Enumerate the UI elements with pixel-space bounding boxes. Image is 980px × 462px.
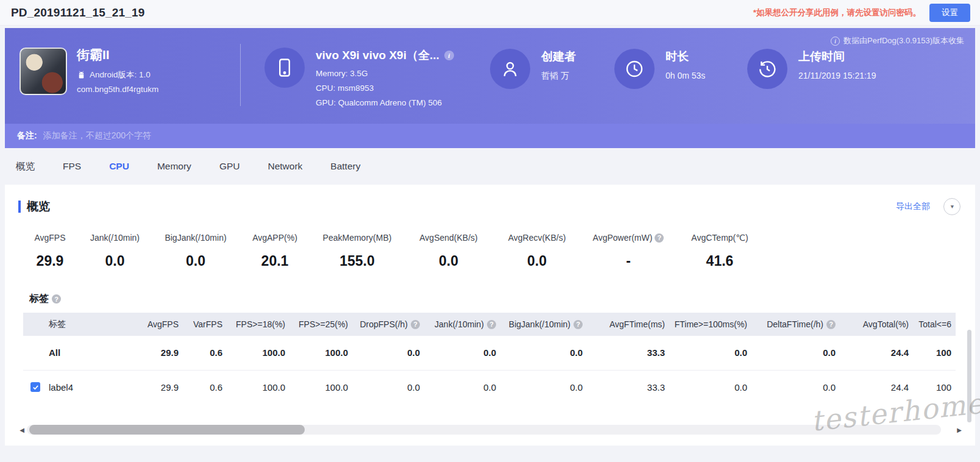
app-package: com.bng5th.df4rgtukm — [77, 85, 158, 94]
col-avgtotal: AvgTotal(%) — [842, 313, 915, 336]
settings-button[interactable]: 设置 — [929, 4, 970, 22]
row-name: All — [49, 347, 60, 358]
creator-label: 创建者 — [541, 49, 576, 65]
device-info-icon[interactable]: i — [444, 51, 454, 60]
col-bigjank: BigJank(/10min) — [502, 313, 589, 336]
stat-avgapp: AvgAPP(%)20.1 — [238, 232, 311, 269]
scrollbar-thumb[interactable] — [29, 425, 305, 435]
person-icon — [490, 49, 530, 89]
col-deltaftime: DeltaFTime(/h) — [753, 313, 842, 336]
upload-value: 21/11/2019 15:21:19 — [798, 71, 876, 80]
tab-cpu[interactable]: CPU — [109, 161, 129, 172]
vertical-scrollbar-thumb[interactable] — [967, 330, 971, 422]
top-bar: PD_20191121_15_21_19 *如果想公开分享此用例，请先设置访问密… — [0, 0, 980, 26]
stat-avgpower: AvgPower(mW)- — [580, 232, 677, 269]
creator-group: 创建者 哲韬 万 — [490, 49, 576, 89]
upload-time-group: 上传时间 21/11/2019 15:21:19 — [747, 49, 876, 89]
device-name: vivo X9i vivo X9i（全... — [316, 48, 439, 63]
remark-label: 备注: — [17, 130, 37, 141]
upload-label: 上传时间 — [798, 49, 876, 65]
col-ftime100: FTime>=100ms(%) — [671, 313, 753, 336]
stat-jank: Jank(/10min)0.0 — [77, 232, 153, 269]
android-icon — [77, 71, 86, 80]
stat-avgsend: AvgSend(KB/s)0.0 — [403, 232, 494, 269]
device-info-group: vivo X9i vivo X9i（全... i Memory: 3.5G CP… — [265, 48, 454, 107]
tab-network[interactable]: Network — [268, 161, 302, 172]
tab-memory[interactable]: Memory — [157, 161, 191, 172]
device-memory: Memory: 3.5G — [316, 69, 454, 78]
duration-label: 时长 — [666, 49, 705, 65]
row-checkbox[interactable] — [30, 382, 40, 392]
metric-tabs: 概览 FPS CPU Memory GPU Network Battery — [0, 148, 980, 185]
scroll-right-arrow-icon[interactable] — [954, 427, 964, 433]
divider — [240, 44, 241, 106]
labels-table: 标签 AvgFPS VarFPS FPS>=18(%) FPS>=25(%) D… — [23, 313, 956, 404]
help-icon[interactable] — [487, 320, 496, 329]
help-icon[interactable] — [826, 320, 836, 329]
stat-avgfps: AvgFPS29.9 — [23, 232, 77, 269]
phone-icon — [265, 48, 305, 88]
col-jank: Jank(/10min) — [426, 313, 502, 336]
export-all-link[interactable]: 导出全部 — [896, 201, 930, 212]
col-dropfps: DropFPS(/h) — [354, 313, 426, 336]
tab-gpu[interactable]: GPU — [219, 161, 240, 172]
creator-value: 哲韬 万 — [541, 71, 576, 82]
app-name: 街霸II — [77, 46, 158, 63]
history-clock-icon — [747, 49, 787, 89]
overview-card: 概览 导出全部 AvgFPS29.9 Jank(/10min)0.0 BigJa… — [5, 185, 975, 446]
device-gpu: GPU: Qualcomm Adreno (TM) 506 — [316, 98, 454, 107]
table-row-label4: label4 29.9 0.6 100.0 100.0 0.0 0.0 0.0 … — [23, 370, 956, 404]
remark-bar: 备注: 添加备注，不超过200个字符 — [5, 124, 975, 148]
report-header: i 数据由PerfDog(3.0.9153)版本收集 街霸II Android版… — [5, 28, 975, 124]
app-icon — [20, 48, 67, 95]
clock-icon — [614, 49, 655, 89]
scrollbar-track[interactable] — [27, 425, 941, 435]
overview-stats: AvgFPS29.9 Jank(/10min)0.0 BigJank(/10mi… — [5, 215, 975, 269]
col-label: 标签 — [23, 313, 127, 336]
tab-fps[interactable]: FPS — [63, 161, 81, 172]
col-fps18: FPS>=18(%) — [229, 313, 291, 336]
collapse-caret-button[interactable] — [943, 198, 960, 215]
col-varfps: VarFPS — [185, 313, 229, 336]
col-avgfps: AvgFPS — [127, 313, 185, 336]
info-icon: i — [831, 37, 840, 46]
help-icon[interactable] — [52, 294, 61, 304]
help-icon[interactable] — [411, 320, 420, 329]
horizontal-scrollbar[interactable] — [17, 425, 941, 435]
stat-bigjank: BigJank(/10min)0.0 — [153, 232, 238, 269]
scroll-left-arrow-icon[interactable] — [17, 427, 27, 433]
remark-input[interactable]: 添加备注，不超过200个字符 — [43, 130, 963, 141]
col-avgftime: AvgFTime(ms) — [589, 313, 671, 336]
android-version: Android版本: 1.0 — [90, 69, 151, 80]
stat-avgctemp: AvgCTemp(℃)41.6 — [677, 232, 762, 269]
stat-peakmemory: PeakMemory(MB)155.0 — [311, 232, 403, 269]
col-total: Total<=6 — [915, 313, 956, 336]
help-icon[interactable] — [655, 233, 664, 243]
page-title: PD_20191121_15_21_19 — [11, 6, 145, 20]
table-row-all: All 29.9 0.6 100.0 100.0 0.0 0.0 0.0 33.… — [23, 336, 956, 370]
help-icon[interactable] — [573, 320, 583, 329]
share-password-notice: *如果想公开分享此用例，请先设置访问密码。 — [753, 7, 921, 18]
tab-overview[interactable]: 概览 — [16, 160, 35, 173]
col-fps25: FPS>=25(%) — [291, 313, 354, 336]
table-header-row: 标签 AvgFPS VarFPS FPS>=18(%) FPS>=25(%) D… — [23, 313, 956, 336]
row-name: label4 — [49, 382, 73, 393]
stat-avgrecv: AvgRecv(KB/s)0.0 — [494, 232, 580, 269]
section-title: 概览 — [27, 199, 50, 215]
section-accent-bar — [18, 201, 21, 213]
labels-section-title: 标签 — [29, 293, 975, 305]
collect-version-info: i 数据由PerfDog(3.0.9153)版本收集 — [831, 35, 964, 46]
duration-group: 时长 0h 0m 53s — [614, 49, 705, 89]
duration-value: 0h 0m 53s — [666, 71, 705, 80]
tab-battery[interactable]: Battery — [330, 161, 360, 172]
device-cpu: CPU: msm8953 — [316, 84, 454, 93]
